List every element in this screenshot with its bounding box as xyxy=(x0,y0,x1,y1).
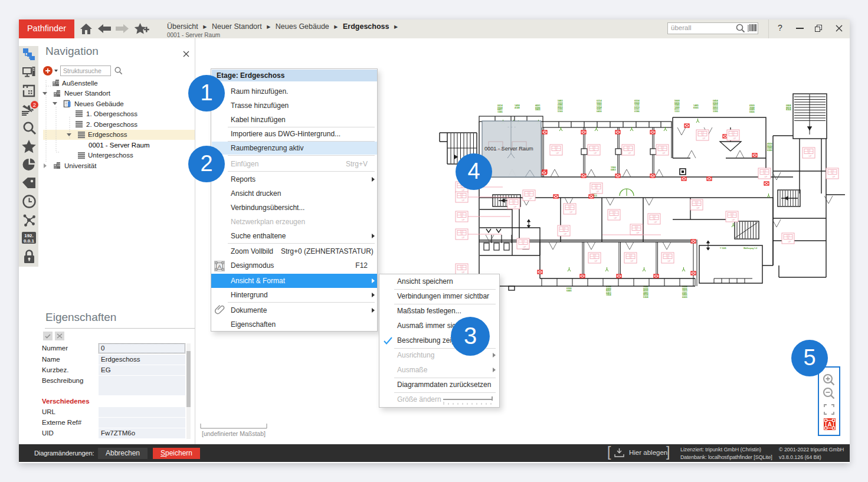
svg-text:A: A xyxy=(218,264,221,270)
svg-text:080888188304: 080888188304 xyxy=(786,104,791,111)
svg-text:4939803005858380: 4939803005858380 xyxy=(767,142,772,152)
svg-text:61884989809164031664: 61884989809164031664 xyxy=(606,285,611,296)
svg-text:0614550484511585: 0614550484511585 xyxy=(497,104,503,113)
svg-text:0001 - Server Raum: 0001 - Server Raum xyxy=(484,146,533,152)
svg-text:14584148: 14584148 xyxy=(515,104,520,109)
svg-text:933898361513058158956069: 933898361513058158956069 xyxy=(682,285,687,299)
svg-text:14858365: 14858365 xyxy=(693,104,699,109)
svg-text:Waffenpog 1-2: Waffenpog 1-2 xyxy=(743,247,757,250)
svg-text:15666463: 15666463 xyxy=(611,166,616,171)
svg-text:045465045816900355333395: 045465045816900355333395 xyxy=(713,99,718,113)
svg-text:653489681135631961910186: 653489681135631961910186 xyxy=(634,99,640,113)
svg-text:63066445: 63066445 xyxy=(566,287,572,292)
svg-text:⌄ ⌄ ⌄: ⌄ ⌄ ⌄ xyxy=(507,124,516,128)
svg-text:548310330986859303955160: 548310330986859303955160 xyxy=(558,99,563,113)
svg-text:A: A xyxy=(827,421,831,428)
svg-text:631450003355935493910430: 631450003355935493910430 xyxy=(597,99,602,113)
svg-text:566884369946100643111153: 566884369946100643111153 xyxy=(674,99,680,113)
svg-text:6509364806495906: 6509364806495906 xyxy=(749,104,755,113)
svg-text:Y 1005: Y 1005 xyxy=(720,247,726,250)
svg-text:364666354035488945345308: 364666354035488945345308 xyxy=(643,285,648,299)
svg-text:469165965805: 469165965805 xyxy=(535,104,541,111)
